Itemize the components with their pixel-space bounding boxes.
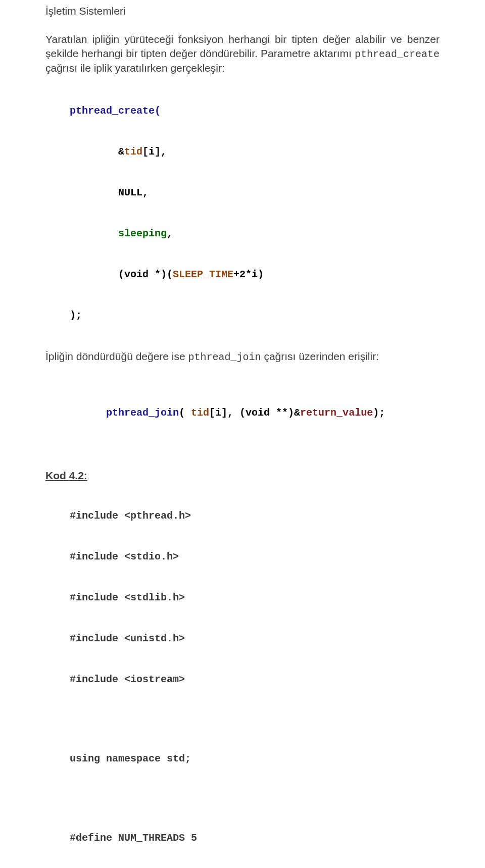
code-comma: , [167,228,173,239]
code-tid: tid [124,146,142,158]
include-line: #include <stdlib.h> [70,591,440,604]
inline-code-pthread-join: pthread_join [188,351,261,363]
code-plus: +2*i) [233,269,264,280]
code-void: (void *)( [118,269,173,280]
code-block-pthread-create: pthread_create( &tid[i], NULL, sleeping,… [45,77,440,349]
include-line: #include <iostream> [70,673,440,686]
include-line: #include <pthread.h> [70,509,440,523]
code-idx: [i], [142,146,167,158]
code-label: Kod 4.2: [45,470,440,482]
para2-text-b: çağrısı üzerinden erişilir: [261,350,379,362]
include-line: #include <unistd.h> [70,632,440,645]
code-null: NULL, [118,187,149,198]
code-sleeping: sleeping [118,228,167,239]
join-fn: pthread_join [106,407,179,419]
code-fn: pthread_create( [70,105,161,117]
join-rv: return_value [300,407,373,419]
inline-code-pthread-create: pthread_create [355,48,440,60]
para1-text-b: çağrısı ile iplik yaratılırken gerçekleş… [45,62,225,74]
using-line: using namespace std; [70,752,440,765]
code-amp: & [118,146,124,158]
paragraph-2: İpliğin döndürdüğü değere ise pthread_jo… [45,349,440,364]
page: İşletim Sistemleri Yaratılan ipliğin yür… [0,0,485,868]
blank-line [70,793,440,804]
code-close: ); [70,310,82,321]
include-line: #include <stdio.h> [70,550,440,564]
paragraph-1: Yaratılan ipliğin yürüteceği fonksiyon h… [45,32,440,76]
page-header: İşletim Sistemleri [45,5,440,17]
define-line: #define NUM_THREADS 5 [70,831,440,845]
join-tid: tid [191,407,209,419]
para2-text-a: İpliğin döndürdüğü değere ise [45,350,188,362]
join-close: ); [373,407,385,419]
join-open: ( [179,407,191,419]
code-block-main: #include <pthread.h> #include <stdio.h> … [45,482,440,868]
code-block-pthread-join: pthread_join( tid[i], (void **)&return_v… [45,365,440,461]
blank-line [70,713,440,725]
join-idx: [i], (void **)& [209,407,300,419]
code-sleeptime: SLEEP_TIME [173,269,233,280]
